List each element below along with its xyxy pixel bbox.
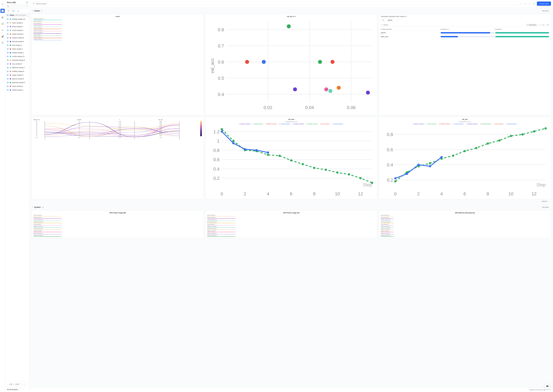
run-row[interactable]: apricot-sweep-4	[5, 77, 29, 81]
pager-next-icon[interactable]: ›	[23, 383, 25, 385]
visibility-icon[interactable]	[7, 48, 9, 50]
sort-icon[interactable]	[17, 10, 19, 12]
visibility-all-icon[interactable]	[7, 14, 9, 16]
smoothing-icon[interactable]	[524, 2, 527, 5]
panel-scatter[interactable]: val_acc v. lr 0.40.50.60.70.80.020.040.0…	[205, 14, 377, 115]
section-count: 14	[42, 206, 44, 208]
panel-gpu-power-w[interactable]: GPU Power Usage (W) silver-sweep-9lively…	[32, 210, 204, 238]
pi-parameters-button[interactable]: Parameters	[525, 23, 538, 27]
visibility-icon[interactable]	[7, 56, 9, 57]
svg-point-146	[406, 173, 408, 175]
filter-icon[interactable]	[7, 10, 9, 12]
run-row[interactable]: wobbly-sweep-10	[5, 17, 29, 21]
legend-item: devoted-sweep-9	[34, 221, 202, 223]
group-icon[interactable]	[12, 10, 14, 12]
collapse-icon[interactable]: ▾	[32, 206, 33, 208]
run-row[interactable]: eternal-sweep-4	[5, 40, 29, 43]
regex-toggle-icon[interactable]: .*	[26, 5, 27, 7]
visibility-icon[interactable]	[7, 52, 9, 54]
visibility-icon[interactable]	[7, 82, 9, 83]
pi-selected: epoch	[388, 19, 392, 21]
database-icon[interactable]: 🗄	[0, 41, 5, 45]
visibility-icon[interactable]	[7, 85, 9, 87]
panel-gpu-power-pct[interactable]: GPU Power Usage (%) silver-sweep-9lively…	[205, 210, 377, 238]
panel-parallel-coords[interactable]: batch_size6560555045403530252015nullepoc…	[32, 117, 204, 199]
pi-col-importance[interactable]: Importance ⓘ ↓	[441, 28, 495, 30]
refresh-icon[interactable]: ⟳	[550, 389, 551, 391]
run-row[interactable]: comfy-sweep-10	[5, 55, 29, 58]
panel-gpu-mem[interactable]: GPU Memory Allocated (%) silver-sweep-9l…	[379, 210, 551, 238]
rocket-icon[interactable]: 🚀	[0, 35, 5, 39]
add-panel-button[interactable]: Add panel	[540, 9, 550, 13]
run-color-dot	[10, 19, 11, 20]
pager-prev-icon[interactable]: ‹	[548, 201, 549, 202]
chat-bubble-icon[interactable]	[545, 384, 550, 389]
visibility-icon[interactable]	[7, 37, 9, 39]
run-color-dot	[10, 63, 11, 64]
pi-metric-select[interactable]: epoch ⌄	[381, 18, 399, 22]
svg-point-148	[429, 165, 431, 167]
visibility-icon[interactable]	[7, 41, 9, 42]
clipboard-icon[interactable]: 📋	[0, 22, 5, 26]
run-row[interactable]: swept-sweep-6	[5, 32, 29, 36]
run-row[interactable]: eager-sweep-5	[5, 73, 29, 77]
runs-search-input[interactable]	[7, 5, 28, 8]
layout-toggle-icon[interactable]	[26, 1, 28, 3]
pager-range[interactable]: 1-20	[9, 383, 12, 385]
run-row[interactable]: wobbly-sweep-6	[5, 70, 29, 73]
pager-next-icon[interactable]: ›	[550, 201, 550, 202]
run-row[interactable]: ethereal-sweep-3	[5, 81, 29, 84]
legend-item: ethereal-sweep-3	[34, 235, 202, 237]
panel-param-importance[interactable]: Parameter importance with respect to epo…	[379, 14, 551, 115]
run-row[interactable]: sunny-sweep-7	[5, 28, 29, 32]
visibility-icon[interactable]	[7, 59, 9, 61]
workspace-menu-icon[interactable]: ⋮	[19, 389, 21, 391]
pi-search-input[interactable]	[381, 23, 524, 27]
visibility-icon[interactable]	[7, 63, 9, 65]
run-row[interactable]: rosy-sweep-8	[5, 62, 29, 66]
workspace-label[interactable]: My Workspace	[7, 389, 18, 391]
wand-icon[interactable]	[539, 24, 541, 26]
collapse-icon[interactable]: ▾	[32, 10, 33, 12]
run-row[interactable]: kind-sweep-3	[5, 43, 29, 47]
run-color-dot	[10, 89, 11, 91]
run-row[interactable]: warm-sweep-2	[5, 84, 29, 88]
chart-icon[interactable]: 📈	[0, 9, 5, 13]
run-row[interactable]: radiant-sweep-1	[5, 51, 29, 55]
run-row[interactable]: lively-sweep-8	[5, 25, 29, 28]
visibility-icon[interactable]	[7, 89, 9, 91]
visibility-icon[interactable]	[7, 44, 9, 46]
run-row[interactable]: radiant-sweep-5	[5, 36, 29, 40]
panel-val-acc[interactable]: val_acc Showing first 10 runs glorious-s…	[379, 117, 551, 199]
add-panel-button[interactable]: Add panel	[540, 205, 550, 209]
expand-icon[interactable]	[528, 2, 531, 5]
brush-icon[interactable]: 🖌	[0, 28, 5, 32]
visibility-icon[interactable]	[7, 71, 9, 72]
x-axis-icon[interactable]: x	[519, 2, 523, 5]
legend-item: sunny-sweep-7	[34, 25, 202, 27]
run-row[interactable]: sleek-sweep-2	[5, 47, 29, 51]
table-icon[interactable]: ▦	[0, 15, 5, 19]
visibility-icon[interactable]	[7, 18, 9, 20]
visibility-icon[interactable]	[7, 26, 9, 27]
name-column-header[interactable]: Name (49 visualized)	[5, 13, 29, 17]
undo-icon[interactable]: ↶	[547, 389, 548, 391]
svg-point-142	[521, 133, 524, 135]
info-icon[interactable]: ⓘ	[0, 2, 5, 7]
panel-score[interactable]: score wobbly-sweep-10silver-sweep-9livel…	[32, 14, 204, 115]
panel-search-input[interactable]	[32, 1, 518, 6]
create-report-button[interactable]: Create report	[537, 1, 551, 6]
settings-icon[interactable]	[532, 2, 535, 5]
visibility-icon[interactable]	[7, 74, 9, 76]
visibility-icon[interactable]	[7, 22, 9, 24]
visibility-icon[interactable]	[7, 33, 9, 35]
run-row[interactable]: different-sweep-7	[5, 66, 29, 70]
run-row[interactable]: devoted-sweep-9	[5, 58, 29, 62]
run-row[interactable]: stilted-sweep-1	[5, 88, 29, 92]
pager-prev-icon[interactable]: ‹	[20, 383, 22, 385]
visibility-icon[interactable]	[7, 67, 9, 68]
run-row[interactable]: silver-sweep-9	[5, 21, 29, 25]
visibility-icon[interactable]	[7, 78, 9, 80]
panel-val-loss[interactable]: val_loss Showing first 10 runs glorious-…	[205, 117, 377, 199]
visibility-icon[interactable]	[7, 30, 9, 31]
